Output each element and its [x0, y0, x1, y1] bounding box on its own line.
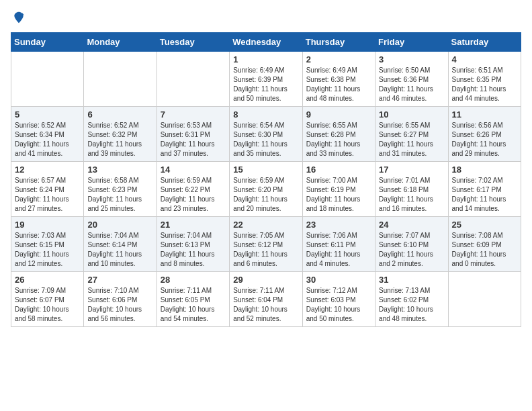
- day-header-tuesday: Tuesday: [157, 33, 229, 52]
- calendar-week-row: 26Sunrise: 7:09 AM Sunset: 6:07 PM Dayli…: [11, 272, 521, 327]
- calendar-day-26: 26Sunrise: 7:09 AM Sunset: 6:07 PM Dayli…: [11, 272, 84, 327]
- day-number: 25: [452, 220, 517, 230]
- day-info: Sunrise: 6:49 AM Sunset: 6:39 PM Dayligh…: [233, 66, 298, 103]
- day-number: 23: [306, 220, 371, 230]
- day-info: Sunrise: 6:59 AM Sunset: 6:22 PM Dayligh…: [161, 176, 226, 214]
- calendar-day-25: 25Sunrise: 7:08 AM Sunset: 6:09 PM Dayli…: [448, 217, 521, 272]
- day-info: Sunrise: 7:04 AM Sunset: 6:13 PM Dayligh…: [161, 231, 226, 269]
- day-number: 16: [306, 165, 371, 175]
- calendar-day-14: 14Sunrise: 6:59 AM Sunset: 6:22 PM Dayli…: [157, 162, 229, 217]
- calendar-day-6: 6Sunrise: 6:52 AM Sunset: 6:32 PM Daylig…: [84, 107, 157, 162]
- day-info: Sunrise: 7:09 AM Sunset: 6:07 PM Dayligh…: [15, 286, 80, 324]
- day-number: 19: [15, 220, 80, 230]
- day-info: Sunrise: 6:54 AM Sunset: 6:30 PM Dayligh…: [233, 121, 298, 158]
- day-number: 27: [87, 275, 152, 285]
- calendar-day-11: 11Sunrise: 6:56 AM Sunset: 6:26 PM Dayli…: [448, 107, 521, 162]
- day-info: Sunrise: 7:01 AM Sunset: 6:18 PM Dayligh…: [379, 176, 444, 214]
- calendar-day-3: 3Sunrise: 6:50 AM Sunset: 6:36 PM Daylig…: [375, 52, 448, 107]
- day-number: 3: [379, 54, 444, 64]
- day-info: Sunrise: 7:00 AM Sunset: 6:19 PM Dayligh…: [306, 176, 371, 214]
- calendar-week-row: 19Sunrise: 7:03 AM Sunset: 6:15 PM Dayli…: [11, 217, 521, 272]
- calendar-day-23: 23Sunrise: 7:06 AM Sunset: 6:11 PM Dayli…: [302, 217, 375, 272]
- calendar-week-row: 12Sunrise: 6:57 AM Sunset: 6:24 PM Dayli…: [11, 162, 521, 217]
- day-header-friday: Friday: [375, 33, 448, 52]
- calendar-day-1: 1Sunrise: 6:49 AM Sunset: 6:39 PM Daylig…: [230, 52, 302, 107]
- day-info: Sunrise: 6:53 AM Sunset: 6:31 PM Dayligh…: [161, 121, 226, 158]
- day-number: 30: [306, 275, 371, 285]
- day-header-sunday: Sunday: [11, 33, 84, 52]
- day-number: 14: [161, 165, 226, 175]
- calendar-day-28: 28Sunrise: 7:11 AM Sunset: 6:05 PM Dayli…: [157, 272, 229, 327]
- day-info: Sunrise: 6:58 AM Sunset: 6:23 PM Dayligh…: [87, 176, 152, 214]
- calendar-day-22: 22Sunrise: 7:05 AM Sunset: 6:12 PM Dayli…: [230, 217, 302, 272]
- calendar-day-15: 15Sunrise: 6:59 AM Sunset: 6:20 PM Dayli…: [230, 162, 302, 217]
- day-number: 21: [161, 220, 226, 230]
- calendar-day-24: 24Sunrise: 7:07 AM Sunset: 6:10 PM Dayli…: [375, 217, 448, 272]
- day-info: Sunrise: 7:02 AM Sunset: 6:17 PM Dayligh…: [452, 176, 517, 214]
- day-info: Sunrise: 7:11 AM Sunset: 6:04 PM Dayligh…: [233, 286, 298, 324]
- calendar-week-row: 1Sunrise: 6:49 AM Sunset: 6:39 PM Daylig…: [11, 52, 521, 107]
- day-info: Sunrise: 7:06 AM Sunset: 6:11 PM Dayligh…: [306, 231, 371, 269]
- day-info: Sunrise: 7:12 AM Sunset: 6:03 PM Dayligh…: [306, 286, 371, 324]
- day-number: 22: [233, 220, 298, 230]
- day-info: Sunrise: 7:11 AM Sunset: 6:05 PM Dayligh…: [161, 286, 226, 324]
- day-number: 17: [379, 165, 444, 175]
- day-info: Sunrise: 6:55 AM Sunset: 6:28 PM Dayligh…: [306, 121, 371, 158]
- calendar-day-4: 4Sunrise: 6:51 AM Sunset: 6:35 PM Daylig…: [448, 52, 521, 107]
- calendar-day-21: 21Sunrise: 7:04 AM Sunset: 6:13 PM Dayli…: [157, 217, 229, 272]
- day-number: 1: [233, 54, 298, 64]
- calendar-day-8: 8Sunrise: 6:54 AM Sunset: 6:30 PM Daylig…: [230, 107, 302, 162]
- calendar-table: SundayMondayTuesdayWednesdayThursdayFrid…: [11, 32, 521, 327]
- calendar-day-5: 5Sunrise: 6:52 AM Sunset: 6:34 PM Daylig…: [11, 107, 84, 162]
- day-info: Sunrise: 6:57 AM Sunset: 6:24 PM Dayligh…: [15, 176, 80, 214]
- calendar-day-19: 19Sunrise: 7:03 AM Sunset: 6:15 PM Dayli…: [11, 217, 84, 272]
- day-info: Sunrise: 6:59 AM Sunset: 6:20 PM Dayligh…: [233, 176, 298, 214]
- calendar-day-9: 9Sunrise: 6:55 AM Sunset: 6:28 PM Daylig…: [302, 107, 375, 162]
- day-number: 6: [87, 109, 152, 120]
- day-number: 29: [233, 275, 298, 285]
- day-number: 26: [15, 275, 80, 285]
- calendar-day-17: 17Sunrise: 7:01 AM Sunset: 6:18 PM Dayli…: [375, 162, 448, 217]
- day-number: 5: [15, 109, 80, 120]
- calendar-day-13: 13Sunrise: 6:58 AM Sunset: 6:23 PM Dayli…: [84, 162, 157, 217]
- day-number: 12: [15, 165, 80, 175]
- calendar-day-7: 7Sunrise: 6:53 AM Sunset: 6:31 PM Daylig…: [157, 107, 229, 162]
- calendar-empty-cell: [11, 52, 84, 107]
- day-info: Sunrise: 6:49 AM Sunset: 6:38 PM Dayligh…: [306, 66, 371, 103]
- calendar-empty-cell: [84, 52, 157, 107]
- day-info: Sunrise: 6:52 AM Sunset: 6:34 PM Dayligh…: [15, 121, 80, 158]
- calendar-day-10: 10Sunrise: 6:55 AM Sunset: 6:27 PM Dayli…: [375, 107, 448, 162]
- day-number: 11: [452, 109, 517, 120]
- calendar-day-29: 29Sunrise: 7:11 AM Sunset: 6:04 PM Dayli…: [230, 272, 302, 327]
- logo-icon: [12, 11, 26, 24]
- calendar-day-2: 2Sunrise: 6:49 AM Sunset: 6:38 PM Daylig…: [302, 52, 375, 107]
- calendar-week-row: 5Sunrise: 6:52 AM Sunset: 6:34 PM Daylig…: [11, 107, 521, 162]
- day-header-thursday: Thursday: [302, 33, 375, 52]
- calendar-header-row: SundayMondayTuesdayWednesdayThursdayFrid…: [11, 33, 521, 52]
- day-info: Sunrise: 6:52 AM Sunset: 6:32 PM Dayligh…: [87, 121, 152, 158]
- day-number: 31: [379, 275, 444, 285]
- calendar-empty-cell: [448, 272, 521, 327]
- day-number: 28: [161, 275, 226, 285]
- day-info: Sunrise: 7:07 AM Sunset: 6:10 PM Dayligh…: [379, 231, 444, 269]
- day-info: Sunrise: 7:05 AM Sunset: 6:12 PM Dayligh…: [233, 231, 298, 269]
- calendar-day-27: 27Sunrise: 7:10 AM Sunset: 6:06 PM Dayli…: [84, 272, 157, 327]
- day-number: 2: [306, 54, 371, 64]
- calendar-empty-cell: [157, 52, 229, 107]
- day-info: Sunrise: 7:03 AM Sunset: 6:15 PM Dayligh…: [15, 231, 80, 269]
- day-info: Sunrise: 7:10 AM Sunset: 6:06 PM Dayligh…: [87, 286, 152, 324]
- day-number: 9: [306, 109, 371, 120]
- calendar-day-30: 30Sunrise: 7:12 AM Sunset: 6:03 PM Dayli…: [302, 272, 375, 327]
- page-header: [11, 11, 521, 24]
- day-header-saturday: Saturday: [448, 33, 521, 52]
- calendar-day-18: 18Sunrise: 7:02 AM Sunset: 6:17 PM Dayli…: [448, 162, 521, 217]
- day-number: 24: [379, 220, 444, 230]
- day-number: 8: [233, 109, 298, 120]
- day-number: 4: [452, 54, 517, 64]
- day-info: Sunrise: 6:50 AM Sunset: 6:36 PM Dayligh…: [379, 66, 444, 103]
- calendar-day-16: 16Sunrise: 7:00 AM Sunset: 6:19 PM Dayli…: [302, 162, 375, 217]
- day-info: Sunrise: 7:13 AM Sunset: 6:02 PM Dayligh…: [379, 286, 444, 324]
- day-info: Sunrise: 6:55 AM Sunset: 6:27 PM Dayligh…: [379, 121, 444, 158]
- calendar-day-31: 31Sunrise: 7:13 AM Sunset: 6:02 PM Dayli…: [375, 272, 448, 327]
- day-number: 7: [161, 109, 226, 120]
